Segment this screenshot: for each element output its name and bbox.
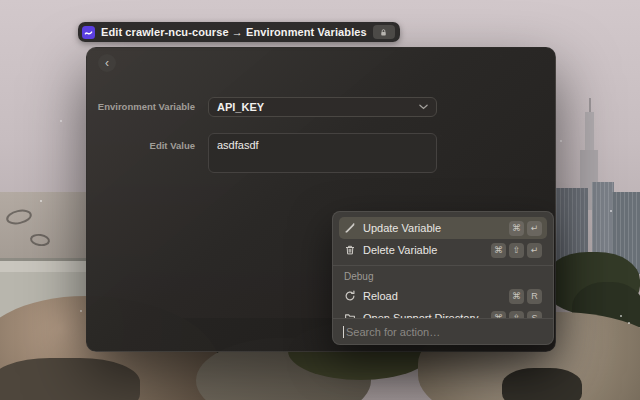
- key-return: ↵: [527, 221, 542, 236]
- pencil-icon: [344, 222, 356, 234]
- edit-value-textarea[interactable]: asdfasdf: [208, 133, 437, 173]
- graffiti-mark: [29, 233, 50, 248]
- search-placeholder: Search for action…: [346, 326, 440, 338]
- key-command: ⌘: [509, 289, 524, 304]
- env-variable-form: Environment Variable API_KEY Edit Value …: [87, 97, 555, 189]
- key-r: R: [527, 289, 542, 304]
- key-command: ⌘: [491, 243, 506, 258]
- text-cursor: [343, 326, 344, 338]
- action-item-open-support-directory[interactable]: Open Support Directory ⌘ ⇧ S: [339, 307, 547, 318]
- action-item-delete-variable[interactable]: Delete Variable ⌘ ⇧ ↵: [339, 239, 547, 261]
- action-search-input[interactable]: Search for action…: [333, 318, 553, 344]
- rock-dark: [502, 368, 582, 400]
- graffiti-mark: [5, 207, 33, 226]
- key-s: S: [527, 311, 542, 319]
- back-button[interactable]: ‹: [98, 54, 116, 72]
- action-menu-list: Update Variable ⌘ ↵ Delete Variable ⌘ ⇧ …: [333, 212, 553, 318]
- chevron-down-icon: [419, 104, 428, 110]
- extension-icon: [82, 26, 95, 39]
- action-item-label: Reload: [363, 290, 502, 302]
- action-item-label: Delete Variable: [363, 244, 484, 256]
- key-return: ↵: [527, 243, 542, 258]
- action-item-update-variable[interactable]: Update Variable ⌘ ↵: [339, 217, 547, 239]
- action-item-reload[interactable]: Reload ⌘ R: [339, 285, 547, 307]
- form-row-value: Edit Value asdfasdf: [87, 133, 555, 173]
- dropdown-value: API_KEY: [217, 101, 419, 113]
- trash-icon: [344, 244, 356, 256]
- env-variable-dropdown[interactable]: API_KEY: [208, 97, 437, 117]
- shortcut-keys: ⌘ R: [509, 289, 542, 304]
- rock: [0, 358, 140, 400]
- breadcrumb-title: Edit crawler-ncu-course → Environment Va…: [101, 26, 367, 38]
- key-command: ⌘: [491, 311, 506, 319]
- shortcut-keys: ⌘ ↵: [509, 221, 542, 236]
- key-command: ⌘: [509, 221, 524, 236]
- reload-icon: [344, 290, 356, 302]
- shortcut-keys: ⌘ ⇧ S: [491, 311, 542, 319]
- lock-icon: [379, 28, 388, 37]
- action-item-label: Update Variable: [363, 222, 502, 234]
- shortcut-keys: ⌘ ⇧ ↵: [491, 243, 542, 258]
- breadcrumb[interactable]: Edit crawler-ncu-course → Environment Va…: [78, 22, 400, 42]
- textarea-value: asdfasdf: [217, 139, 259, 151]
- field-label: Edit Value: [87, 133, 195, 151]
- menu-section-debug: Debug: [339, 269, 547, 285]
- menu-divider: [333, 265, 553, 266]
- action-menu: Update Variable ⌘ ↵ Delete Variable ⌘ ⇧ …: [332, 211, 554, 345]
- screen: Edit crawler-ncu-course → Environment Va…: [0, 0, 640, 400]
- lock-badge[interactable]: [373, 25, 395, 39]
- key-shift: ⇧: [509, 243, 524, 258]
- key-shift: ⇧: [509, 311, 524, 319]
- form-row-variable: Environment Variable API_KEY: [87, 97, 555, 117]
- field-label: Environment Variable: [87, 97, 195, 117]
